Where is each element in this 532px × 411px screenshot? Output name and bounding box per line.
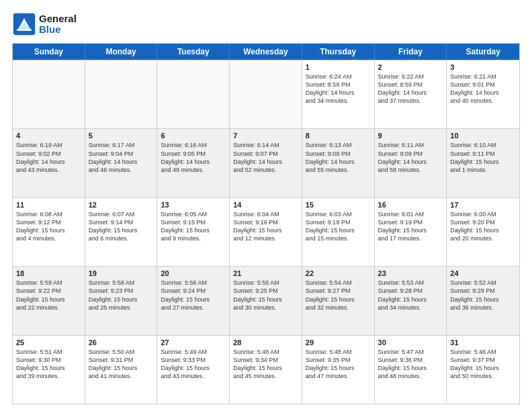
week-row-1: 1Sunrise: 6:24 AM Sunset: 8:58 PM Daylig… — [13, 60, 519, 128]
empty-cell — [230, 60, 302, 128]
cell-info: Sunrise: 5:49 AM Sunset: 9:33 PM Dayligh… — [161, 348, 226, 381]
logo-text: General Blue — [39, 13, 77, 36]
day-number: 19 — [89, 269, 154, 277]
header-day-thursday: Thursday — [302, 44, 375, 60]
cell-info: Sunrise: 5:46 AM Sunset: 9:37 PM Dayligh… — [450, 348, 516, 381]
day-number: 25 — [16, 338, 81, 347]
cell-info: Sunrise: 6:07 AM Sunset: 9:14 PM Dayligh… — [89, 210, 154, 243]
day-number: 14 — [233, 201, 298, 209]
day-number: 12 — [89, 201, 154, 209]
day-cell-3: 3Sunrise: 6:21 AM Sunset: 9:01 PM Daylig… — [447, 60, 519, 128]
day-number: 3 — [450, 63, 516, 71]
day-number: 4 — [16, 132, 81, 140]
day-number: 30 — [378, 338, 443, 347]
calendar: SundayMondayTuesdayWednesdayThursdayFrid… — [12, 43, 520, 404]
cell-info: Sunrise: 5:51 AM Sunset: 9:30 PM Dayligh… — [16, 348, 81, 381]
day-cell-2: 2Sunrise: 6:22 AM Sunset: 8:59 PM Daylig… — [375, 60, 447, 128]
day-number: 24 — [450, 269, 516, 277]
empty-cell — [85, 60, 158, 128]
day-cell-4: 4Sunrise: 6:19 AM Sunset: 9:02 PM Daylig… — [13, 129, 85, 197]
cell-info: Sunrise: 6:13 AM Sunset: 9:08 PM Dayligh… — [306, 141, 371, 174]
cell-info: Sunrise: 6:05 AM Sunset: 9:15 PM Dayligh… — [161, 210, 226, 243]
cell-info: Sunrise: 5:53 AM Sunset: 9:28 PM Dayligh… — [378, 279, 443, 312]
day-number: 27 — [161, 338, 226, 347]
day-cell-29: 29Sunrise: 5:48 AM Sunset: 9:35 PM Dayli… — [302, 336, 375, 404]
day-cell-24: 24Sunrise: 5:52 AM Sunset: 9:29 PM Dayli… — [447, 267, 519, 334]
day-number: 9 — [378, 132, 443, 140]
cell-info: Sunrise: 5:54 AM Sunset: 9:27 PM Dayligh… — [306, 279, 371, 312]
day-cell-9: 9Sunrise: 6:11 AM Sunset: 9:09 PM Daylig… — [375, 129, 447, 197]
day-number: 31 — [450, 338, 516, 347]
calendar-header: SundayMondayTuesdayWednesdayThursdayFrid… — [13, 44, 519, 60]
day-number: 16 — [378, 201, 443, 209]
header-day-wednesday: Wednesday — [230, 44, 302, 60]
cell-info: Sunrise: 6:01 AM Sunset: 9:19 PM Dayligh… — [378, 210, 443, 243]
day-cell-23: 23Sunrise: 5:53 AM Sunset: 9:28 PM Dayli… — [375, 267, 447, 334]
day-cell-11: 11Sunrise: 6:08 AM Sunset: 9:12 PM Dayli… — [13, 198, 85, 266]
calendar-body: 1Sunrise: 6:24 AM Sunset: 8:58 PM Daylig… — [13, 60, 519, 404]
day-cell-5: 5Sunrise: 6:17 AM Sunset: 9:04 PM Daylig… — [85, 129, 158, 197]
logo-icon — [12, 12, 36, 36]
cell-info: Sunrise: 6:04 AM Sunset: 9:16 PM Dayligh… — [233, 210, 298, 243]
week-row-3: 11Sunrise: 6:08 AM Sunset: 9:12 PM Dayli… — [13, 197, 519, 266]
day-cell-6: 6Sunrise: 6:16 AM Sunset: 9:05 PM Daylig… — [157, 129, 230, 197]
day-cell-10: 10Sunrise: 6:10 AM Sunset: 9:11 PM Dayli… — [447, 129, 519, 197]
day-number: 20 — [161, 269, 226, 277]
header-day-friday: Friday — [375, 44, 447, 60]
day-number: 1 — [306, 63, 371, 71]
cell-info: Sunrise: 6:14 AM Sunset: 9:07 PM Dayligh… — [233, 141, 298, 174]
cell-info: Sunrise: 5:58 AM Sunset: 9:23 PM Dayligh… — [89, 279, 154, 312]
day-cell-12: 12Sunrise: 6:07 AM Sunset: 9:14 PM Dayli… — [85, 198, 158, 266]
header-day-monday: Monday — [85, 44, 158, 60]
week-row-4: 18Sunrise: 5:59 AM Sunset: 9:22 PM Dayli… — [13, 266, 519, 334]
cell-info: Sunrise: 5:56 AM Sunset: 9:24 PM Dayligh… — [161, 279, 226, 312]
day-cell-14: 14Sunrise: 6:04 AM Sunset: 9:16 PM Dayli… — [230, 198, 302, 266]
day-cell-19: 19Sunrise: 5:58 AM Sunset: 9:23 PM Dayli… — [85, 267, 158, 334]
day-cell-25: 25Sunrise: 5:51 AM Sunset: 9:30 PM Dayli… — [13, 336, 85, 404]
day-number: 18 — [16, 269, 81, 277]
cell-info: Sunrise: 6:00 AM Sunset: 9:20 PM Dayligh… — [450, 210, 516, 243]
cell-info: Sunrise: 6:17 AM Sunset: 9:04 PM Dayligh… — [89, 141, 154, 174]
header-day-saturday: Saturday — [447, 44, 519, 60]
header: General Blue — [12, 12, 520, 36]
day-cell-8: 8Sunrise: 6:13 AM Sunset: 9:08 PM Daylig… — [302, 129, 375, 197]
day-cell-1: 1Sunrise: 6:24 AM Sunset: 8:58 PM Daylig… — [302, 60, 375, 128]
day-number: 11 — [16, 201, 81, 209]
cell-info: Sunrise: 5:48 AM Sunset: 9:35 PM Dayligh… — [306, 348, 371, 381]
day-number: 5 — [89, 132, 154, 140]
day-cell-27: 27Sunrise: 5:49 AM Sunset: 9:33 PM Dayli… — [157, 336, 230, 404]
cell-info: Sunrise: 5:52 AM Sunset: 9:29 PM Dayligh… — [450, 279, 516, 312]
empty-cell — [157, 60, 230, 128]
day-number: 7 — [233, 132, 298, 140]
day-cell-20: 20Sunrise: 5:56 AM Sunset: 9:24 PM Dayli… — [157, 267, 230, 334]
day-number: 22 — [306, 269, 371, 277]
week-row-5: 25Sunrise: 5:51 AM Sunset: 9:30 PM Dayli… — [13, 335, 519, 404]
cell-info: Sunrise: 6:11 AM Sunset: 9:09 PM Dayligh… — [378, 141, 443, 174]
cell-info: Sunrise: 6:16 AM Sunset: 9:05 PM Dayligh… — [161, 141, 226, 174]
cell-info: Sunrise: 6:21 AM Sunset: 9:01 PM Dayligh… — [450, 73, 516, 105]
empty-cell — [13, 60, 85, 128]
day-cell-7: 7Sunrise: 6:14 AM Sunset: 9:07 PM Daylig… — [230, 129, 302, 197]
day-number: 29 — [306, 338, 371, 347]
day-number: 8 — [306, 132, 371, 140]
day-number: 17 — [450, 201, 516, 209]
day-number: 21 — [233, 269, 298, 277]
day-cell-18: 18Sunrise: 5:59 AM Sunset: 9:22 PM Dayli… — [13, 267, 85, 334]
day-number: 15 — [306, 201, 371, 209]
day-number: 6 — [161, 132, 226, 140]
day-number: 13 — [161, 201, 226, 209]
day-number: 26 — [89, 338, 154, 347]
cell-info: Sunrise: 6:19 AM Sunset: 9:02 PM Dayligh… — [16, 141, 81, 174]
week-row-2: 4Sunrise: 6:19 AM Sunset: 9:02 PM Daylig… — [13, 128, 519, 197]
day-number: 23 — [378, 269, 443, 277]
cell-info: Sunrise: 6:03 AM Sunset: 9:18 PM Dayligh… — [306, 210, 371, 243]
day-cell-17: 17Sunrise: 6:00 AM Sunset: 9:20 PM Dayli… — [447, 198, 519, 266]
header-day-tuesday: Tuesday — [157, 44, 230, 60]
day-cell-31: 31Sunrise: 5:46 AM Sunset: 9:37 PM Dayli… — [447, 336, 519, 404]
cell-info: Sunrise: 5:47 AM Sunset: 9:36 PM Dayligh… — [378, 348, 443, 381]
day-cell-28: 28Sunrise: 5:48 AM Sunset: 9:34 PM Dayli… — [230, 336, 302, 404]
svg-rect-3 — [17, 29, 32, 31]
day-cell-26: 26Sunrise: 5:50 AM Sunset: 9:31 PM Dayli… — [85, 336, 158, 404]
cell-info: Sunrise: 6:08 AM Sunset: 9:12 PM Dayligh… — [16, 210, 81, 243]
page: General Blue SundayMondayTuesdayWednesda… — [0, 0, 532, 411]
